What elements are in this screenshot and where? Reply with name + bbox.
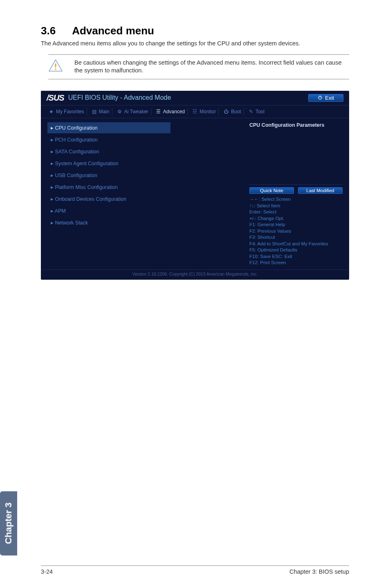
bios-titlebar: /SUS UEFI BIOS Utility - Advanced Mode E… <box>41 91 349 105</box>
list-icon: ▤ <box>92 109 96 114</box>
item-misc-label: Platform Misc Configuration <box>55 184 118 190</box>
item-usb-configuration[interactable]: ▸ USB Configuration <box>47 170 246 181</box>
key-help-list: →←: Select Screen ↑↓: Select Item Enter:… <box>249 196 343 266</box>
keyhelp-line: →←: Select Screen <box>249 196 343 203</box>
tab-advanced[interactable]: ☰ Advanced <box>154 108 188 115</box>
advanced-icon: ☰ <box>156 109 161 114</box>
item-pch-configuration[interactable]: ▸ PCH Configuration <box>47 134 246 145</box>
tab-advanced-label: Advanced <box>163 109 185 114</box>
item-usb-label: USB Configuration <box>55 173 97 178</box>
svg-rect-0 <box>55 63 56 67</box>
exit-button[interactable]: Exit <box>308 94 343 102</box>
keyhelp-line: F3: Shortcut <box>249 234 343 241</box>
item-sata-label: SATA Configuration <box>55 149 99 155</box>
item-cpu-label: CPU Configuration <box>55 125 97 131</box>
item-net-label: Network Stack <box>55 220 88 226</box>
note-text: Be cautious when changing the settings o… <box>74 59 349 75</box>
tab-tool[interactable]: ✎ Tool <box>247 108 267 115</box>
keyhelp-line: F10: Save ESC: Exit <box>249 254 343 260</box>
asus-logo: /SUS <box>47 93 64 103</box>
tab-boot[interactable]: ⏻ Boot <box>221 108 244 115</box>
keyhelp-line: Enter: Select <box>249 209 343 215</box>
keyhelp-line: F1: General Help <box>249 222 343 228</box>
note-callout: Be cautious when changing the settings o… <box>48 54 349 79</box>
boot-icon: ⏻ <box>224 109 229 114</box>
tab-monitor-label: Monitor <box>199 109 216 114</box>
tab-tweaker[interactable]: ⚙ Ai Tweaker <box>115 108 151 115</box>
bios-help-panel: CPU Configuration Parameters Quick Note … <box>246 118 349 269</box>
monitor-icon: ☷ <box>193 109 197 114</box>
bios-title: UEFI BIOS Utility - Advanced Mode <box>68 94 171 101</box>
item-apm-label: APM <box>55 208 66 214</box>
tab-favorites-label: My Favorites <box>56 109 84 114</box>
note-divider <box>48 79 349 79</box>
item-sata-configuration[interactable]: ▸ SATA Configuration <box>47 146 246 157</box>
item-onboard-devices-configuration[interactable]: ▸ Onboard Devices Configuration <box>47 193 246 204</box>
svg-point-1 <box>55 68 56 70</box>
tab-tweaker-label: Ai Tweaker <box>124 109 148 114</box>
bios-window: /SUS UEFI BIOS Utility - Advanced Mode E… <box>41 91 349 280</box>
quick-note-button[interactable]: Quick Note <box>249 187 294 194</box>
keyhelp-line: F12: Print Screen <box>249 260 343 266</box>
help-title: CPU Configuration Parameters <box>249 122 343 128</box>
tab-main[interactable]: ▤ Main <box>90 108 112 115</box>
item-platform-misc-configuration[interactable]: ▸ Platform Misc Configuration <box>47 182 246 193</box>
keyhelp-line: F4: Add to ShortCut and My Favorites <box>249 241 343 247</box>
bios-menu-list: ▸ CPU Configuration ▸ PCH Configuration … <box>41 118 246 269</box>
power-icon <box>318 95 323 100</box>
keyhelp-line: F2: Previous Values <box>249 228 343 235</box>
section-number: 3.6 <box>41 25 56 37</box>
item-sa-label: System Agent Configuration <box>55 161 118 166</box>
warning-icon <box>48 59 63 72</box>
tool-icon: ✎ <box>249 109 253 114</box>
tab-main-label: Main <box>99 109 110 114</box>
tab-monitor[interactable]: ☷ Monitor <box>190 108 219 115</box>
tab-favorites[interactable]: ★ My Favorites <box>47 108 87 115</box>
exit-label: Exit <box>325 95 334 101</box>
item-system-agent-configuration[interactable]: ▸ System Agent Configuration <box>47 158 246 169</box>
item-apm[interactable]: ▸ APM <box>47 205 246 216</box>
section-description: The Advanced menu items allow you to cha… <box>41 40 349 48</box>
section-title: Advanced menu <box>72 25 154 37</box>
item-pch-label: PCH Configuration <box>55 137 97 143</box>
tab-tool-label: Tool <box>256 109 264 114</box>
keyhelp-line: +/-: Change Opt. <box>249 215 343 222</box>
item-onboard-label: Onboard Devices Configuration <box>55 196 126 202</box>
star-icon: ★ <box>49 109 54 114</box>
last-modified-button[interactable]: Last Modified <box>298 187 343 194</box>
bios-tab-bar: ★ My Favorites ▤ Main ⚙ Ai Tweaker ☰ Adv… <box>41 105 349 118</box>
tweaker-icon: ⚙ <box>117 109 122 114</box>
tab-boot-label: Boot <box>231 109 241 114</box>
item-network-stack[interactable]: ▸ Network Stack <box>47 217 246 228</box>
bios-footer: Version 2.10.1208. Copyright (C) 2013 Am… <box>41 269 349 280</box>
item-cpu-configuration[interactable]: ▸ CPU Configuration <box>47 122 170 133</box>
keyhelp-line: F5: Optimized Defaults <box>249 247 343 254</box>
keyhelp-line: ↑↓: Select Item <box>249 203 343 209</box>
section-heading: 3.6Advanced menu <box>41 25 349 37</box>
